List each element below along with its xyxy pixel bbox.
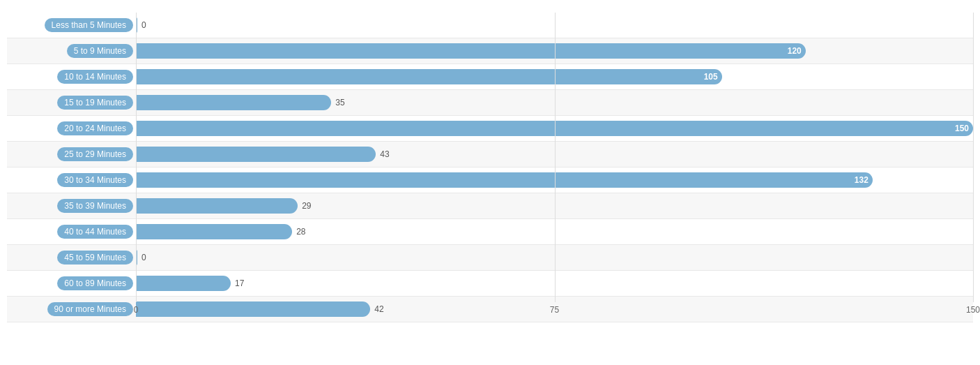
- bar-track: 120: [136, 38, 973, 64]
- bar-track: 0: [136, 245, 973, 270]
- x-tick: 75: [550, 305, 559, 315]
- bar-row: 15 to 19 Minutes35: [7, 90, 973, 116]
- bar-fill: [136, 198, 298, 214]
- bar-value-inside: 105: [704, 72, 722, 82]
- bar-track: 0: [136, 13, 973, 38]
- bar-label: 25 to 29 Minutes: [7, 147, 136, 161]
- chart-container: Less than 5 Minutes05 to 9 Minutes12010 …: [0, 0, 980, 365]
- grid-line: [973, 13, 974, 302]
- bar-label: 30 to 34 Minutes: [7, 173, 136, 187]
- bar-track: 35: [136, 90, 973, 115]
- bar-value-outside: 0: [137, 253, 146, 262]
- bar-fill: [136, 95, 331, 110]
- bar-label: 35 to 39 Minutes: [7, 199, 136, 213]
- bar-fill: 120: [136, 43, 806, 59]
- bar-row: 30 to 34 Minutes132: [7, 167, 973, 193]
- bar-fill: [136, 224, 292, 239]
- bar-track: 150: [136, 116, 973, 141]
- bar-row: 5 to 9 Minutes120: [7, 38, 973, 64]
- bar-track: 132: [136, 167, 973, 193]
- x-tick: 150: [966, 305, 980, 315]
- bar-track: 105: [136, 64, 973, 89]
- chart-area: Less than 5 Minutes05 to 9 Minutes12010 …: [7, 13, 973, 322]
- bar-track: 17: [136, 271, 973, 296]
- bar-label-pill: 25 to 29 Minutes: [57, 147, 133, 161]
- bar-row: 10 to 14 Minutes105: [7, 64, 973, 90]
- bar-label: 5 to 9 Minutes: [7, 44, 136, 58]
- bar-row: Less than 5 Minutes0: [7, 13, 973, 38]
- bar-track: 29: [136, 193, 973, 218]
- bar-label: 10 to 14 Minutes: [7, 70, 136, 84]
- bar-fill: [136, 250, 137, 265]
- bar-fill: 132: [136, 172, 873, 188]
- bar-value-outside: 17: [231, 278, 244, 288]
- bar-label-pill: 40 to 44 Minutes: [57, 225, 133, 239]
- bar-value-outside: 28: [292, 227, 305, 237]
- bar-row: 40 to 44 Minutes28: [7, 219, 973, 245]
- bar-label: 60 to 89 Minutes: [7, 276, 136, 290]
- bar-label-pill: 20 to 24 Minutes: [57, 121, 133, 135]
- bar-label: 40 to 44 Minutes: [7, 225, 136, 239]
- bar-label: 20 to 24 Minutes: [7, 121, 136, 135]
- bar-track: 43: [136, 142, 973, 167]
- bar-fill: [136, 17, 137, 33]
- bars-section: Less than 5 Minutes05 to 9 Minutes12010 …: [7, 13, 973, 302]
- bar-value-outside: 29: [298, 201, 311, 211]
- bar-value-inside: 120: [788, 46, 806, 56]
- bar-value-outside: 35: [331, 98, 344, 107]
- bar-value-outside: 43: [376, 149, 389, 159]
- bar-label-pill: 45 to 59 Minutes: [57, 251, 133, 265]
- bar-value-inside: 132: [855, 175, 873, 185]
- x-axis: 075150: [136, 302, 973, 322]
- x-axis-inner: 075150: [136, 305, 973, 319]
- bar-track: 28: [136, 219, 973, 244]
- bar-value-inside: 150: [955, 124, 973, 133]
- bar-label: Less than 5 Minutes: [7, 18, 136, 32]
- bar-fill: 150: [136, 121, 973, 136]
- bar-fill: [136, 276, 231, 291]
- bar-label-pill: 15 to 19 Minutes: [57, 96, 133, 110]
- bar-row: 60 to 89 Minutes17: [7, 271, 973, 297]
- x-tick: 0: [134, 305, 139, 315]
- bar-row: 45 to 59 Minutes0: [7, 245, 973, 271]
- bar-label-pill: Less than 5 Minutes: [45, 18, 133, 32]
- bar-label-pill: 30 to 34 Minutes: [57, 173, 133, 187]
- bar-label-pill: 10 to 14 Minutes: [57, 70, 133, 84]
- bar-label: 15 to 19 Minutes: [7, 96, 136, 110]
- bar-value-outside: 0: [137, 20, 146, 30]
- bar-row: 25 to 29 Minutes43: [7, 142, 973, 167]
- bar-label-pill: 90 or more Minutes: [47, 302, 133, 316]
- bar-fill: [136, 147, 376, 162]
- bar-label-pill: 60 to 89 Minutes: [57, 276, 133, 290]
- bar-label: 45 to 59 Minutes: [7, 251, 136, 265]
- bar-label: 90 or more Minutes: [7, 302, 136, 316]
- bar-label-pill: 5 to 9 Minutes: [67, 44, 133, 58]
- bar-row: 35 to 39 Minutes29: [7, 193, 973, 219]
- bar-label-pill: 35 to 39 Minutes: [57, 199, 133, 213]
- bar-fill: 105: [136, 69, 722, 84]
- bar-row: 20 to 24 Minutes150: [7, 116, 973, 142]
